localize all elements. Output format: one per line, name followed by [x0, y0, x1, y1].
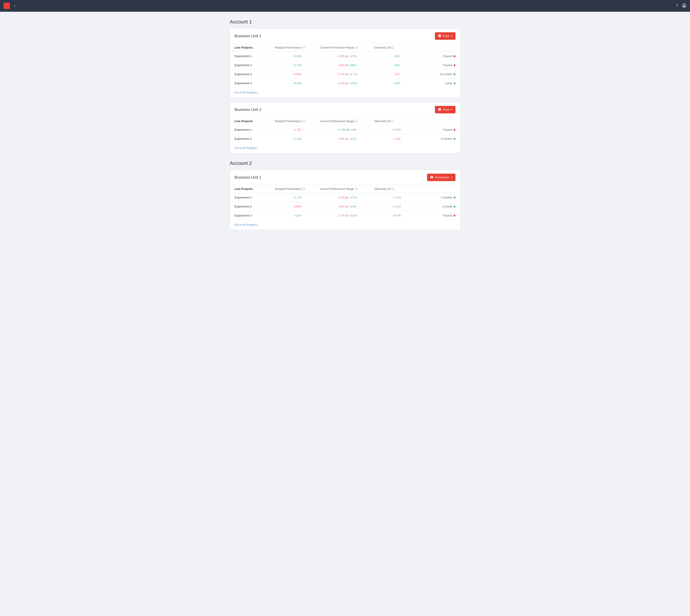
status-label: 10 months	[440, 73, 452, 76]
range-high: +12%	[349, 137, 357, 140]
env-button-1-1[interactable]: Prod ▾	[435, 32, 455, 40]
table-header-cell-3: Observed Lift?	[374, 119, 419, 123]
status-dot	[454, 129, 455, 131]
experiment-name: Experiment 1	[235, 54, 275, 58]
bu-title-1-2: Business Unit 2	[235, 108, 261, 112]
range-sep: to	[345, 205, 348, 208]
bu-header-2-1: Business Unit 1 Production ▾	[230, 170, 460, 185]
range-high: +1.7%	[349, 72, 357, 76]
range-low: -4.9%	[337, 54, 345, 58]
go-to-projects-link[interactable]: Go to All Projects...	[230, 143, 460, 153]
range-low: -14%	[338, 137, 345, 140]
status-dot	[454, 55, 455, 57]
go-to-projects-link[interactable]: Go to All Projects...	[230, 88, 460, 97]
app-logo	[4, 3, 10, 9]
svg-rect-3	[438, 36, 441, 36]
status-cell: 8 months	[419, 137, 455, 140]
range-high: +23%	[349, 82, 357, 85]
status-label: 8 months	[441, 137, 452, 140]
table-row: Experiment 2+1.2% -14% to +12% -1.2% 8 m…	[230, 134, 460, 143]
server-icon	[438, 108, 441, 112]
status-dot	[454, 197, 455, 198]
svg-rect-20	[430, 176, 433, 177]
svg-rect-4	[438, 36, 441, 37]
table-header-cell-0: Live Projects	[235, 119, 275, 123]
chevron-down-icon: ▾	[14, 4, 15, 7]
server-icon	[430, 175, 433, 179]
table-header-cell-2: Current Performance Range?	[320, 119, 374, 123]
range-high: +36%	[349, 63, 357, 67]
table-header-cell-2: Current Performance Range?	[320, 46, 374, 49]
performance-range: -20% to +36%	[320, 63, 374, 67]
range-low: -3.4%	[337, 82, 345, 85]
help-circle-icon: ?	[303, 120, 305, 123]
range-high: +14%	[349, 205, 357, 208]
help-circle-icon: ?	[355, 46, 358, 49]
realized-performance: -1.2%	[275, 128, 320, 131]
user-icon[interactable]	[682, 3, 686, 9]
account-selector[interactable]: ▾	[13, 4, 15, 7]
env-chevron-icon: ▾	[451, 108, 452, 111]
realized-performance: +1.7%	[275, 196, 320, 199]
help-circle-icon: ?	[303, 46, 305, 49]
table-header-row: Live ProjectsRealized Performance?Curren…	[230, 117, 460, 125]
table-row: Experiment 3-0.53% -3.7% to +1.7% -1% 10…	[230, 70, 460, 79]
table-header-row: Live ProjectsRealized Performance?Curren…	[230, 185, 460, 193]
realized-performance: +3.8%	[275, 54, 320, 58]
range-low: -3.2%	[337, 196, 345, 199]
account-title-2: Account 2	[230, 160, 460, 166]
svg-rect-12	[438, 109, 441, 110]
account-title-1: Account 1	[230, 19, 460, 25]
table-header-cell-0: Live Projects	[235, 187, 275, 191]
status-label: Paused	[443, 54, 452, 58]
status-cell: 4 months	[419, 196, 455, 199]
projects-table-1-2: Live ProjectsRealized Performance?Curren…	[230, 117, 460, 143]
env-chevron-icon: ▾	[451, 35, 452, 38]
table-row: Experiment 2-0.55% -11% to +14% +1.6% a …	[230, 202, 460, 211]
bu-title-1-1: Business Unit 1	[235, 34, 261, 38]
range-high: +4%	[350, 128, 356, 131]
table-header-cell-0: Live Projects	[235, 46, 275, 49]
main-content: Account 1Business Unit 1 Prod ▾ Live Pro…	[221, 12, 469, 244]
svg-text:?: ?	[392, 188, 393, 190]
status-cell: Paused	[419, 64, 455, 67]
svg-point-1	[684, 4, 685, 6]
experiment-name: Experiment 2	[235, 137, 275, 140]
range-high: +17%	[349, 196, 357, 199]
svg-text:?: ?	[356, 47, 357, 49]
range-sep: to	[346, 196, 348, 199]
svg-rect-11	[438, 108, 441, 109]
navbar-left: ▾	[4, 3, 15, 9]
table-header-cell-3: Observed Lift?	[374, 187, 419, 191]
svg-rect-22	[430, 178, 433, 178]
table-row: Experiment 2+2.1% -20% to +36% +8% Pause…	[230, 61, 460, 70]
navbar-right: ?	[676, 3, 686, 9]
help-circle-icon: ?	[355, 120, 358, 123]
table-row: Experiment 3+11% -2.7% to +21% +9.3% Pau…	[230, 211, 460, 220]
status-label: a month	[443, 205, 452, 208]
server-icon	[438, 34, 441, 38]
range-sep: to	[347, 128, 349, 131]
range-sep: to	[346, 214, 348, 217]
range-low: -2.7%	[337, 214, 345, 217]
help-icon[interactable]: ?	[676, 4, 678, 8]
bu-header-1-1: Business Unit 1 Prod ▾	[230, 29, 460, 44]
range-sep: to	[345, 72, 348, 76]
performance-range: -11% to +14%	[320, 205, 374, 208]
range-high: +23%	[349, 54, 357, 58]
experiment-name: Experiment 3	[235, 72, 275, 76]
table-header-cell-4	[419, 119, 455, 123]
status-cell: 10 months	[419, 73, 455, 76]
observed-lift: +2.8%	[374, 128, 419, 131]
business-unit-card-1-1: Business Unit 1 Prod ▾ Live ProjectsReal…	[230, 28, 460, 97]
env-button-1-2[interactable]: Prod ▾	[435, 106, 455, 113]
go-to-projects-link[interactable]: Go to All Projects...	[230, 220, 460, 229]
experiment-name: Experiment 3	[235, 214, 275, 217]
svg-text:?: ?	[392, 47, 393, 49]
observed-lift: -1%	[374, 72, 419, 76]
table-row: Experiment 1+1.7% -3.2% to +17% +7.1% 4 …	[230, 193, 460, 202]
env-button-2-1[interactable]: Production ▾	[427, 174, 455, 181]
table-header-cell-2: Current Performance Range?	[320, 187, 374, 191]
range-low: -20%	[338, 63, 345, 67]
observed-lift: +9.3%	[374, 214, 419, 217]
